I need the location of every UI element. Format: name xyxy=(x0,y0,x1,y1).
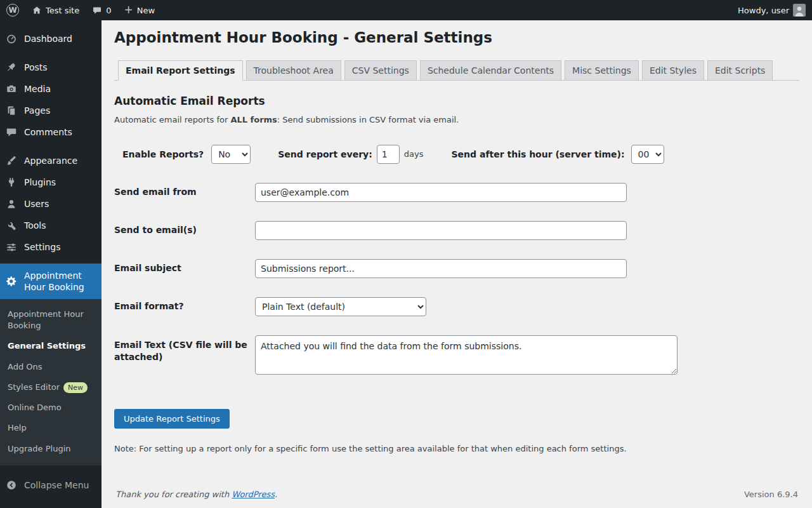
thanks-suffix: . xyxy=(275,490,277,499)
email-subject-row: Email subject xyxy=(114,259,799,278)
admin-bar-right: Howdy, user xyxy=(731,0,812,20)
tab-troubleshoot-area[interactable]: Troubleshoot Area xyxy=(246,60,341,81)
tab-csv-settings[interactable]: CSV Settings xyxy=(344,60,417,81)
submenu-item-styles-editor[interactable]: Styles EditorNew xyxy=(0,377,102,398)
submenu-item-appointment-hour-booking[interactable]: Appointment Hour Booking xyxy=(0,304,102,336)
days-suffix: days xyxy=(404,149,424,159)
tab-schedule-calendar-contents[interactable]: Schedule Calendar Contents xyxy=(420,60,561,81)
sidebar-item-dashboard[interactable]: Dashboard xyxy=(0,28,102,50)
tab-misc-settings[interactable]: Misc Settings xyxy=(565,60,639,81)
sidebar-item-users[interactable]: Users xyxy=(0,193,102,215)
submenu-item-label: Add Ons xyxy=(8,362,43,371)
sidebar-item-media[interactable]: Media xyxy=(0,78,102,100)
tab-email-report-settings[interactable]: Email Report Settings xyxy=(118,60,243,81)
submenu-item-label: Styles Editor xyxy=(8,382,60,392)
collapse-arrow-icon xyxy=(5,479,18,491)
intro-text: Automatic email reports for ALL forms: S… xyxy=(114,115,799,124)
submenu-item-general-settings[interactable]: General Settings xyxy=(0,336,102,356)
submenu-item-upgrade-plugin[interactable]: Upgrade Plugin xyxy=(0,439,102,459)
site-name-link[interactable]: Test site xyxy=(25,0,86,20)
dashboard-icon xyxy=(5,32,18,45)
email-format-row: Email format? Plain Text (default) xyxy=(114,297,799,316)
send-email-from-input[interactable] xyxy=(255,183,627,202)
send-to-emails-input[interactable] xyxy=(255,221,627,240)
sidebar-item-pages[interactable]: Pages xyxy=(0,100,102,121)
submenu-item-online-demo[interactable]: Online Demo xyxy=(0,398,102,418)
footer-thanks: Thank you for creating with WordPress. xyxy=(115,490,277,499)
admin-footer: Thank you for creating with WordPress. V… xyxy=(114,483,799,508)
submenu-item-label: Appointment Hour Booking xyxy=(8,309,84,330)
sidebar-item-plugins[interactable]: Plugins xyxy=(0,171,102,193)
sidebar-item-posts[interactable]: Posts xyxy=(0,57,102,78)
collapse-menu-button[interactable]: Collapse Menu xyxy=(0,474,102,496)
speech-bubble-icon xyxy=(5,126,18,138)
wordpress-link[interactable]: WordPress xyxy=(232,490,275,499)
tab-edit-scripts[interactable]: Edit Scripts xyxy=(707,60,773,81)
comment-bubble-icon xyxy=(92,5,102,15)
comments-shortcut[interactable]: 0 xyxy=(86,0,117,20)
gear-icon xyxy=(5,275,18,288)
email-format-label: Email format? xyxy=(114,300,255,312)
send-every-label: Send report every: xyxy=(278,149,372,159)
submenu-item-help[interactable]: Help xyxy=(0,418,102,438)
admin-bar-left: W Test site 0 + New xyxy=(0,0,161,20)
intro-suffix: : Send submissions in CSV format via ema… xyxy=(277,115,459,124)
update-report-settings-button[interactable]: Update Report Settings xyxy=(114,409,230,429)
pushpin-icon xyxy=(5,61,18,74)
new-label: New xyxy=(137,6,155,15)
enable-reports-select[interactable]: No xyxy=(211,145,251,164)
sidebar-item-label: Comments xyxy=(24,127,72,137)
page-title: Appointment Hour Booking - General Setti… xyxy=(114,20,799,48)
send-to-emails-row: Send to email(s) xyxy=(114,221,799,240)
sidebar-item-label: Users xyxy=(24,199,49,209)
sidebar-item-label: Pages xyxy=(24,105,50,116)
plus-icon: + xyxy=(124,4,133,15)
submenu-item-label: Online Demo xyxy=(8,403,62,412)
email-text-textarea[interactable]: Attached you will find the data from the… xyxy=(255,335,678,375)
new-content-menu[interactable]: + New xyxy=(118,0,162,20)
email-text-label: Email Text (CSV file will be attached) xyxy=(114,335,255,363)
menu-separator xyxy=(0,143,102,150)
submenu-item-label: Upgrade Plugin xyxy=(8,444,71,453)
sidebar-item-label: Dashboard xyxy=(24,34,72,44)
plug-icon xyxy=(5,176,18,189)
admin-sidebar: Dashboard Posts Media Pages Commen xyxy=(0,20,102,508)
sidebar-item-label: Appointment Hour Booking xyxy=(24,270,96,293)
sidebar-item-label: Media xyxy=(24,84,51,94)
my-account-menu[interactable]: Howdy, user xyxy=(731,0,812,20)
email-subject-input[interactable] xyxy=(255,259,627,278)
avatar xyxy=(793,4,806,17)
home-icon xyxy=(32,5,42,15)
section-title: Automatic Email Reports xyxy=(114,95,799,107)
sidebar-item-appointment-hour-booking[interactable]: Appointment Hour Booking xyxy=(0,264,102,299)
schedule-row: Enable Reports? No Send report every: da… xyxy=(114,145,799,164)
sidebar-item-appearance[interactable]: Appearance xyxy=(0,150,102,171)
sidebar-item-label: Posts xyxy=(24,62,48,72)
version-label: Version 6.9.4 xyxy=(744,490,798,499)
email-format-select[interactable]: Plain Text (default) xyxy=(255,297,426,316)
thanks-prefix: Thank you for creating with xyxy=(115,490,232,499)
report-settings-form: Enable Reports? No Send report every: da… xyxy=(114,145,799,453)
settings-tabs: Email Report Settings Troubleshoot Area … xyxy=(114,60,799,81)
comments-count: 0 xyxy=(106,6,111,15)
sidebar-item-label: Plugins xyxy=(24,177,56,187)
new-badge: New xyxy=(63,382,88,393)
submenu-item-label: General Settings xyxy=(8,341,86,351)
sidebar-item-tools[interactable]: Tools xyxy=(0,215,102,236)
send-to-emails-label: Send to email(s) xyxy=(114,224,255,236)
note-text: Note: For setting up a report only for a… xyxy=(114,444,799,453)
wordpress-logo-menu[interactable]: W xyxy=(0,0,25,20)
appointment-submenu: Appointment Hour Booking General Setting… xyxy=(0,299,102,465)
send-hour-select[interactable]: 00 xyxy=(631,145,664,164)
tab-edit-styles[interactable]: Edit Styles xyxy=(642,60,704,81)
email-text-row: Email Text (CSV file will be attached) A… xyxy=(114,335,799,375)
admin-bar: W Test site 0 + New Howdy, user xyxy=(0,0,812,20)
sliders-icon xyxy=(5,241,18,253)
send-every-input[interactable] xyxy=(377,145,400,164)
menu-separator xyxy=(0,50,102,57)
sidebar-item-comments[interactable]: Comments xyxy=(0,121,102,143)
submenu-item-add-ons[interactable]: Add Ons xyxy=(0,357,102,377)
site-name-label: Test site xyxy=(46,6,79,15)
sidebar-item-settings[interactable]: Settings xyxy=(0,236,102,258)
camera-icon xyxy=(5,83,18,95)
